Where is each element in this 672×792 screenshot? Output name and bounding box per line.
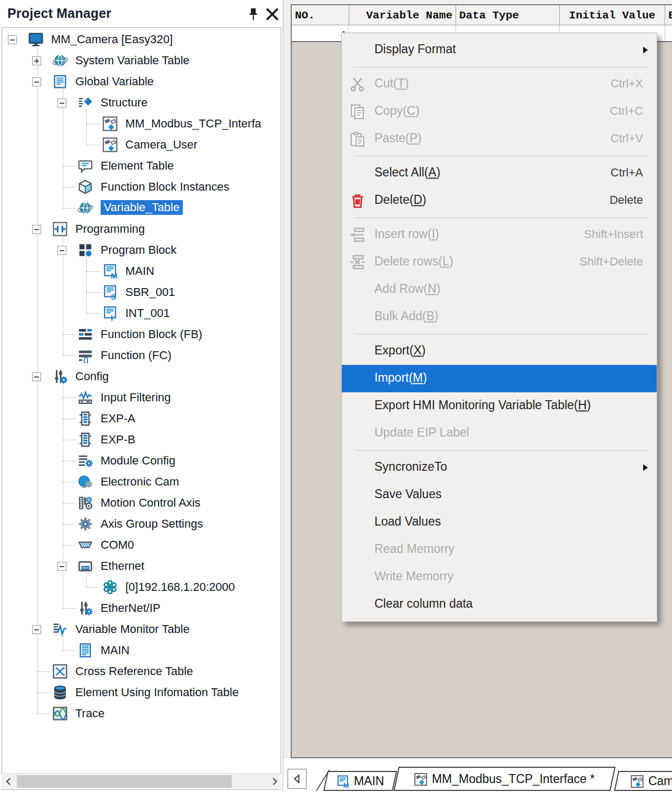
tree-item-label[interactable]: INT_001 [125, 306, 170, 320]
tree-item-label[interactable]: SBR_001 [125, 285, 175, 299]
menu-item-delete-d[interactable]: Delete(D)Delete [342, 187, 657, 214]
tree-item-label[interactable]: Programming [75, 222, 145, 236]
tree-item-element-using-infomation-table[interactable]: Element Using Infomation Table [2, 682, 281, 703]
horizontal-scrollbar[interactable] [2, 773, 281, 789]
menu-item-export-hmi-monitoring-variable-table-h[interactable]: Export HMI Monitoring Variable Table(H) [342, 392, 657, 420]
tree-item-ethernet[interactable]: Ethernet [2, 556, 281, 577]
tree-item-label[interactable]: Variable Monitor Table [75, 622, 190, 636]
tree-item-label[interactable]: Camera_User [125, 138, 197, 152]
scroll-left-icon[interactable] [2, 774, 16, 789]
tree-item-label[interactable]: COM0 [101, 538, 134, 552]
tree-item-cross-reference-table[interactable]: Cross Reference Table [2, 661, 281, 682]
tree-item-label[interactable]: Variable_Table [101, 200, 183, 215]
tree-item-element-table[interactable]: Element Table [2, 155, 281, 176]
tree-item-mm-camera-easy320[interactable]: MM_Camera [Easy320] [2, 29, 281, 50]
tree-item-label[interactable]: Cross Reference Table [75, 665, 193, 678]
menu-item-load-values[interactable]: Load Values [342, 509, 657, 536]
tree-item-global-variable[interactable]: Global Variable [2, 71, 281, 92]
tree-item-label[interactable]: Motion Control Axis [101, 496, 201, 510]
collapse-icon[interactable] [8, 35, 17, 44]
tree-item-label[interactable]: EXP-A [101, 412, 135, 425]
tree-item-int-001[interactable]: IINT_001 [2, 303, 281, 324]
column-header-e[interactable]: E [665, 5, 672, 25]
collapse-icon[interactable] [57, 562, 66, 571]
tree-item-label[interactable]: Function Block Instances [101, 180, 230, 194]
collapse-icon[interactable] [32, 77, 41, 86]
tree-item-label[interactable]: Ethernet [101, 559, 144, 573]
column-header-no[interactable]: NO. [292, 5, 349, 25]
close-icon[interactable] [264, 6, 280, 22]
tree-item-axis-group-settings[interactable]: Axis Group Settings [2, 513, 281, 534]
expand-icon[interactable] [32, 56, 41, 65]
tree-item-label[interactable]: Input Filtering [101, 391, 171, 404]
tree-item-label[interactable]: MM_Camera [Easy320] [51, 33, 173, 46]
tree-item-label[interactable]: Config [75, 370, 109, 383]
tree-item-programming[interactable]: Programming [2, 219, 281, 240]
collapse-icon[interactable] [32, 625, 41, 634]
tree-item-input-filtering[interactable]: Input Filtering [2, 387, 281, 408]
tree-item-label[interactable]: MAIN [125, 264, 154, 278]
tree-item-label[interactable]: Axis Group Settings [101, 517, 203, 531]
tree-item-label[interactable]: Global Variable [75, 75, 154, 88]
collapse-icon[interactable] [57, 98, 66, 107]
tree-item-electronic-cam[interactable]: Electronic Cam [2, 471, 281, 492]
tree-item-variable-monitor-table[interactable]: Variable Monitor Table [2, 619, 281, 640]
scroll-right-icon[interactable] [267, 774, 281, 789]
column-header-data-type[interactable]: Data Type [456, 5, 560, 25]
tree-item-0-192-168-1-20-2000[interactable]: [0]192.168.1.20:2000 [2, 577, 281, 598]
menu-item-syncronizeto[interactable]: SyncronizeTo [342, 454, 657, 481]
menu-item-export-x[interactable]: Export(X) [342, 338, 657, 365]
collapse-icon[interactable] [32, 372, 41, 381]
tree-item-label[interactable]: Element Using Infomation Table [75, 686, 239, 699]
collapse-icon[interactable] [32, 225, 41, 234]
scrollbar-thumb[interactable] [17, 775, 232, 788]
tab-main[interactable]: MMAIN [323, 771, 397, 791]
menu-item-clear-column-data[interactable]: Clear column data [342, 591, 657, 618]
tree-item-com0[interactable]: COM0 [2, 534, 281, 556]
tree-item-structure[interactable]: Structure [2, 92, 281, 113]
menu-item-import-m[interactable]: Import(M) [342, 365, 657, 392]
tab-nav-left-icon[interactable] [288, 769, 307, 789]
tree-item-function-block-instances[interactable]: Function Block Instances [2, 176, 281, 197]
tree-item-label[interactable]: Element Table [101, 159, 174, 173]
tree-item-label[interactable]: [0]192.168.1.20:2000 [125, 580, 235, 594]
tree-item-label[interactable]: EXP-B [101, 433, 135, 447]
tree-item-function-block-fb[interactable]: Function Block (FB) [2, 324, 281, 345]
grid-cell[interactable] [665, 25, 672, 41]
tree-item-label[interactable]: Function Block (FB) [101, 328, 202, 341]
tree-item-motion-control-axis[interactable]: Motion Control Axis [2, 492, 281, 513]
menu-item-save-values[interactable]: Save Values [342, 481, 657, 509]
tree-item-ethernet-ip[interactable]: EtherNet/IP [2, 598, 281, 619]
menu-item-select-all-a[interactable]: Select All(A)Ctrl+A [342, 160, 657, 187]
tab-came[interactable]: Came [614, 771, 672, 791]
tree-item-label[interactable]: System Variable Table [75, 54, 190, 67]
tree-item-module-config[interactable]: Module Config [2, 450, 281, 471]
tree-item-config[interactable]: Config [2, 366, 281, 387]
menu-item-display-format[interactable]: Display Format [342, 36, 657, 64]
tree-item-sbr-001[interactable]: SSBR_001 [2, 282, 281, 303]
tab-mm-modbus-tcp-interface[interactable]: MM_Modbus_TCP_Interface * [393, 767, 616, 791]
grid-cell[interactable]: 1 [292, 25, 349, 41]
tree-item-program-block[interactable]: Program Block [2, 240, 281, 261]
column-header-variable-name[interactable]: Variable Name [349, 5, 456, 25]
tree-item-exp-b[interactable]: EXP-B [2, 429, 281, 450]
tree-item-exp-a[interactable]: EXP-A [2, 408, 281, 429]
collapse-icon[interactable] [57, 246, 66, 255]
tree-item-label[interactable]: Electronic Cam [101, 475, 179, 489]
tree-item-label[interactable]: Trace [75, 707, 104, 720]
tree-item-label[interactable]: MM_Modbus_TCP_Interfa [125, 117, 261, 131]
tree-item-variable-table[interactable]: Variable_Table [2, 197, 281, 219]
tree-item-camera-user[interactable]: Camera_User [2, 134, 281, 155]
tree-item-function-fc[interactable]: ()Function (FC) [2, 345, 281, 366]
tree-item-label[interactable]: Structure [101, 96, 147, 110]
tree-item-trace[interactable]: Trace [2, 703, 281, 724]
tree-item-label[interactable]: Program Block [101, 243, 176, 257]
tree-item-system-variable-table[interactable]: System Variable Table [2, 50, 281, 71]
tree-item-label[interactable]: EtherNet/IP [101, 601, 161, 615]
tree-item-label[interactable]: Function (FC) [101, 349, 171, 362]
tree-item-main[interactable]: MAIN [2, 640, 281, 661]
tree-item-main[interactable]: MMAIN [2, 261, 281, 282]
tree-item-label[interactable]: Module Config [101, 454, 175, 468]
tree-item-mm-modbus-tcp-interfa[interactable]: MM_Modbus_TCP_Interfa [2, 113, 281, 134]
tree-item-label[interactable]: MAIN [101, 644, 130, 657]
